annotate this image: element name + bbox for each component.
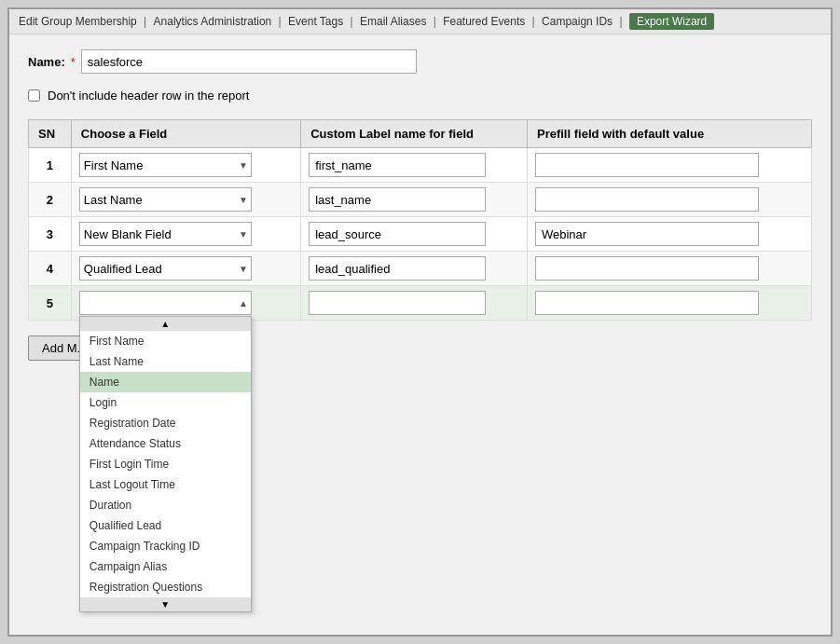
row-3-label-input[interactable] bbox=[309, 222, 486, 246]
dropdown-item-attendance-status[interactable]: Attendance Status bbox=[80, 433, 251, 454]
nav-sep-4: | bbox=[434, 15, 439, 28]
nav-sep-3: | bbox=[351, 15, 356, 28]
nav-item-featured-events[interactable]: Featured Events bbox=[443, 15, 525, 28]
name-row: Name: * bbox=[28, 49, 812, 74]
nav-sep-5: | bbox=[532, 15, 538, 28]
row-2-label bbox=[301, 183, 528, 217]
col-header-prefill: Prefill field with default value bbox=[527, 120, 811, 148]
dropdown-item-login[interactable]: Login bbox=[80, 392, 251, 413]
nav-item-campaign-ids[interactable]: Campaign IDs bbox=[542, 15, 613, 28]
row-3-prefill bbox=[527, 217, 811, 252]
nav-bar: Edit Group Membership | Analytics Admini… bbox=[9, 9, 831, 34]
row-5-prefill bbox=[527, 286, 811, 321]
nav-sep-6: | bbox=[619, 15, 625, 28]
row-4-field-select[interactable]: First Name Last Name New Blank Field Qua… bbox=[79, 256, 252, 281]
row-5-prefill-input[interactable] bbox=[535, 291, 759, 315]
nav-sep-2: | bbox=[279, 15, 284, 28]
checkbox-row: Don't include header row in the report bbox=[28, 89, 812, 103]
row-4-label-input[interactable] bbox=[309, 256, 486, 281]
dropdown-item-first-login-time[interactable]: First Login Time bbox=[80, 454, 251, 474]
col-header-field: Choose a Field bbox=[71, 120, 300, 148]
nav-item-edit-group[interactable]: Edit Group Membership bbox=[19, 15, 137, 28]
row-1-field: First Name Last Name New Blank Field Qua… bbox=[71, 148, 300, 183]
row-1-label-input[interactable] bbox=[309, 153, 486, 177]
row-2-field: First Name Last Name New Blank Field Qua… bbox=[71, 183, 300, 217]
dropdown-item-first-name[interactable]: First Name bbox=[80, 331, 251, 351]
table-row-5: 5 First Name Last Name Name Login R bbox=[29, 286, 812, 321]
row-4-field: First Name Last Name New Blank Field Qua… bbox=[71, 252, 300, 286]
row-4-sn: 4 bbox=[29, 252, 72, 286]
row-1-sn: 1 bbox=[29, 148, 72, 183]
main-window: Edit Group Membership | Analytics Admini… bbox=[7, 7, 833, 637]
header-row-checkbox[interactable] bbox=[28, 89, 40, 102]
name-label: Name: bbox=[28, 55, 65, 69]
row-5-field-select[interactable]: First Name Last Name Name Login Registra… bbox=[79, 291, 252, 315]
row-1-prefill-input[interactable] bbox=[535, 153, 759, 177]
dropdown-item-campaign-tracking-id[interactable]: Campaign Tracking ID bbox=[80, 536, 251, 556]
row-3-field-select-wrapper: First Name Last Name New Blank Field Qua… bbox=[79, 222, 252, 246]
row-1-label bbox=[301, 148, 528, 183]
dropdown-scroll-down-icon[interactable]: ▼ bbox=[80, 597, 251, 611]
table-row: 3 First Name Last Name New Blank Field Q… bbox=[29, 217, 812, 252]
row-3-field: First Name Last Name New Blank Field Qua… bbox=[71, 217, 300, 252]
dropdown-item-registration-date[interactable]: Registration Date bbox=[80, 413, 251, 433]
dropdown-item-duration[interactable]: Duration bbox=[80, 495, 251, 515]
table-row: 1 First Name Last Name New Blank Field Q… bbox=[29, 148, 812, 183]
fields-table: SN Choose a Field Custom Label name for … bbox=[28, 119, 812, 321]
row-5-dropdown-container: First Name Last Name Name Login Registra… bbox=[79, 291, 293, 315]
row-4-field-select-wrapper: First Name Last Name New Blank Field Qua… bbox=[79, 256, 252, 281]
table-row: 4 First Name Last Name New Blank Field Q… bbox=[29, 252, 812, 286]
table-row: 2 First Name Last Name New Blank Field Q… bbox=[29, 183, 812, 217]
nav-item-event-tags[interactable]: Event Tags bbox=[288, 15, 343, 28]
nav-sep-1: | bbox=[144, 15, 149, 28]
table-header-row: SN Choose a Field Custom Label name for … bbox=[29, 120, 812, 148]
name-input[interactable] bbox=[81, 49, 417, 74]
row-3-sn: 3 bbox=[29, 217, 72, 252]
row-2-sn: 2 bbox=[29, 183, 72, 217]
row-5-label bbox=[301, 286, 528, 321]
dropdown-item-last-logout-time[interactable]: Last Logout Time bbox=[80, 474, 251, 495]
row-3-prefill-input[interactable] bbox=[535, 222, 759, 246]
row-4-prefill bbox=[527, 252, 811, 286]
row-1-field-select[interactable]: First Name Last Name New Blank Field Qua… bbox=[79, 153, 252, 177]
row-5-label-input[interactable] bbox=[309, 291, 486, 315]
row-2-prefill bbox=[527, 183, 811, 217]
dropdown-item-campaign-alias[interactable]: Campaign Alias bbox=[80, 556, 251, 577]
row-5-sn: 5 bbox=[29, 286, 72, 321]
row-1-prefill bbox=[527, 148, 811, 183]
nav-item-email-aliases[interactable]: Email Aliases bbox=[360, 15, 426, 28]
row-5-field: First Name Last Name Name Login Registra… bbox=[71, 286, 300, 321]
dropdown-item-name[interactable]: Name bbox=[80, 372, 251, 392]
dropdown-list: ▲ First Name Last Name Name Login Regist… bbox=[79, 316, 252, 612]
col-header-sn: SN bbox=[29, 120, 72, 148]
row-2-label-input[interactable] bbox=[309, 187, 486, 212]
row-3-field-select[interactable]: First Name Last Name New Blank Field Qua… bbox=[79, 222, 252, 246]
row-4-label bbox=[301, 252, 528, 286]
nav-item-export-wizard[interactable]: Export Wizard bbox=[629, 13, 714, 30]
row-5-field-select-wrapper: First Name Last Name Name Login Registra… bbox=[79, 291, 252, 315]
dropdown-item-qualified-lead[interactable]: Qualified Lead bbox=[80, 515, 251, 536]
row-2-prefill-input[interactable] bbox=[535, 187, 759, 212]
name-required: * bbox=[71, 55, 76, 69]
col-header-label: Custom Label name for field bbox=[301, 120, 528, 148]
row-2-field-select-wrapper: First Name Last Name New Blank Field Qua… bbox=[79, 187, 252, 212]
row-1-field-select-wrapper: First Name Last Name New Blank Field Qua… bbox=[79, 153, 252, 177]
nav-item-analytics[interactable]: Analytics Administration bbox=[154, 15, 272, 28]
content-area: Name: * Don't include header row in the … bbox=[9, 34, 831, 376]
row-3-label bbox=[301, 217, 528, 252]
checkbox-label: Don't include header row in the report bbox=[48, 89, 249, 103]
row-4-prefill-input[interactable] bbox=[535, 256, 759, 281]
dropdown-item-registration-questions[interactable]: Registration Questions bbox=[80, 577, 251, 597]
row-2-field-select[interactable]: First Name Last Name New Blank Field Qua… bbox=[79, 187, 252, 212]
dropdown-scroll-up-icon[interactable]: ▲ bbox=[80, 317, 251, 331]
dropdown-item-last-name[interactable]: Last Name bbox=[80, 351, 251, 372]
